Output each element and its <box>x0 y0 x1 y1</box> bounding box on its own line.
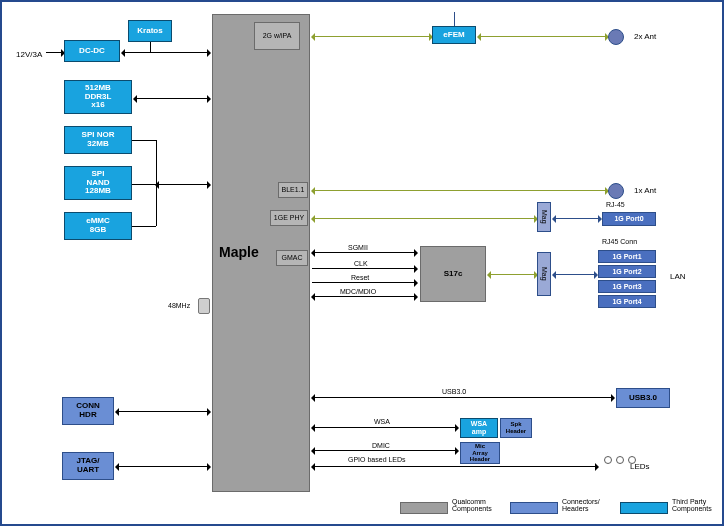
soc-label: Maple <box>219 245 259 260</box>
block-efem: eFEM <box>432 26 476 44</box>
legend-label-qualcomm: Qualcomm Components <box>452 498 492 512</box>
block-emmc: eMMC 8GB <box>64 212 132 240</box>
label-sgmii: SGMII <box>348 244 368 251</box>
label-usb-bus: USB3.0 <box>442 388 466 395</box>
block-spk-header: Spk Header <box>500 418 532 438</box>
block-conn-hdr: CONN HDR <box>62 397 114 425</box>
port-1g-3: 1G Port3 <box>598 280 656 293</box>
block-1ge-phy: 1GE PHY <box>270 210 308 226</box>
label-gpio-leds: GPIO based LEDs <box>348 456 406 463</box>
port-1g-0: 1G Port0 <box>602 212 656 226</box>
label-2x-ant: 2x Ant <box>634 32 656 41</box>
label-dmic-bus: DMIC <box>372 442 390 449</box>
label-clk: CLK <box>354 260 368 267</box>
port-1g-2: 1G Port2 <box>598 265 656 278</box>
legend-label-connectors: Connectors/ Headers <box>562 498 600 512</box>
block-kratos: Kratos <box>128 20 172 42</box>
antenna-1x-dot <box>608 183 624 199</box>
label-reset: Reset <box>351 274 369 281</box>
label-48mhz: 48MHz <box>168 302 190 309</box>
block-gmac: GMAC <box>276 250 308 266</box>
port-1g-1: 1G Port1 <box>598 250 656 263</box>
label-leds: LEDs <box>630 462 650 471</box>
label-12v3a: 12V/3A <box>16 50 42 59</box>
label-1x-ant: 1x Ant <box>634 186 656 195</box>
legend-swatch-connectors <box>510 502 558 514</box>
label-mdc-mdio: MDC/MDIO <box>340 288 376 295</box>
label-rj45-conn: RJ45 Conn <box>602 238 637 245</box>
block-spi-nor: SPI NOR 32MB <box>64 126 132 154</box>
port-1g-4: 1G Port4 <box>598 295 656 308</box>
label-wsa-bus: WSA <box>374 418 390 425</box>
conn-48mhz-crystal <box>198 298 210 314</box>
legend-swatch-qualcomm <box>400 502 448 514</box>
block-2g-ipa: 2G w/iPA <box>254 22 300 50</box>
block-s17c: S17c <box>420 246 486 302</box>
block-usb3: USB3.0 <box>616 388 670 408</box>
block-ddr3l: 512MB DDR3L x16 <box>64 80 132 114</box>
block-ble: BLE1.1 <box>278 182 308 198</box>
antenna-2x-dot <box>608 29 624 45</box>
block-jtag-uart: JTAG/ UART <box>62 452 114 480</box>
legend-label-thirdparty: Third Party Components <box>672 498 712 512</box>
label-lan: LAN <box>670 272 686 281</box>
diagram-canvas: Maple 2G w/iPA BLE1.1 1GE PHY GMAC 12V/3… <box>0 0 724 526</box>
legend-swatch-thirdparty <box>620 502 668 514</box>
block-spi-nand: SPI NAND 128MB <box>64 166 132 200</box>
block-mic-header: Mic Array Header <box>460 442 500 464</box>
label-rj45: RJ-45 <box>606 201 625 208</box>
block-wsa-amp: WSA amp <box>460 418 498 438</box>
block-dc-dc: DC-DC <box>64 40 120 62</box>
